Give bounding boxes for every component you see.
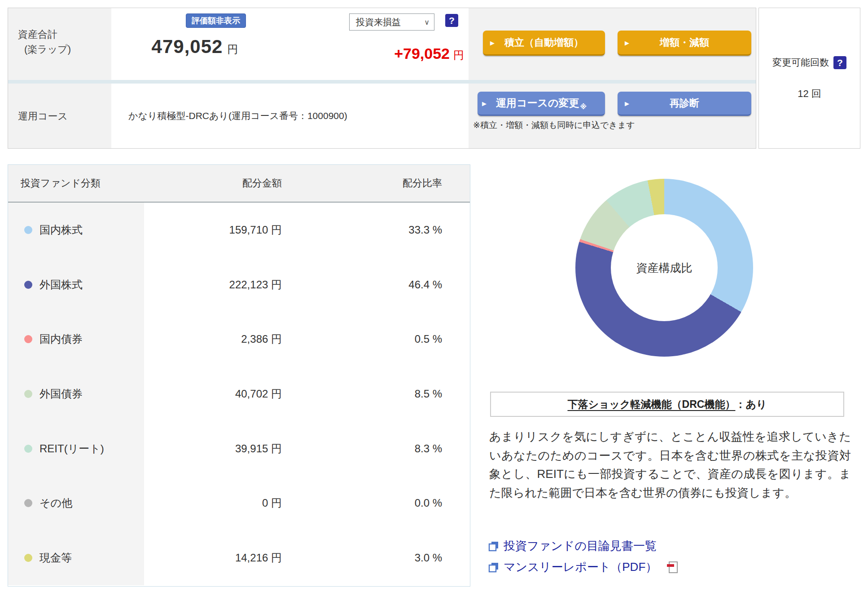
- document-links: 投資ファンドの目論見書一覧 マンスリーレポート（PDF）: [488, 538, 679, 575]
- asset-total-label-main: 資産合計: [18, 29, 57, 40]
- hide-valuation-badge[interactable]: 評価額非表示: [186, 13, 246, 28]
- course-buttons-cell: ▶ 運用コースの変更 ※ ▶ 再診断 ※積立・増額・減額も同時に申込できます: [469, 84, 756, 148]
- allocation-ratio-cell: 33.3 %: [286, 203, 470, 257]
- monthly-report-link[interactable]: マンスリーレポート（PDF）: [488, 559, 679, 575]
- fund-category-label: 国内債券: [39, 332, 83, 346]
- drc-feature-box: 下落ショック軽減機能（DRC機能）：あり: [490, 392, 844, 417]
- change-count-help-icon[interactable]: ?: [833, 56, 846, 69]
- fund-category-cell: 外国株式: [8, 257, 144, 312]
- allocation-ratio-cell: 8.5 %: [286, 367, 470, 421]
- donut-center-label: 資産構成比: [611, 214, 718, 321]
- allocation-ratio-cell: 3.0 %: [286, 530, 470, 585]
- allocation-amount-cell: 222,123 円: [144, 257, 286, 312]
- category-color-bullet-icon: [24, 499, 32, 507]
- allocation-table-header: 投資ファンド分類 配分金額 配分比率: [8, 165, 470, 203]
- table-row: 現金等14,216 円3.0 %: [8, 530, 470, 585]
- asset-composition-donut-chart: 資産構成比: [575, 179, 753, 357]
- table-row: 国内債券2,386 円0.5 %: [8, 312, 470, 367]
- new-window-icon: [488, 541, 499, 552]
- tsumitate-button-label: 積立（自動増額）: [504, 36, 583, 49]
- drc-feature-title: 下落ショック軽減機能（DRC機能）: [567, 398, 735, 411]
- fund-category-cell: 外国債券: [8, 367, 144, 421]
- asset-total-unit: 円: [227, 43, 238, 55]
- fund-category-label: 国内株式: [39, 223, 83, 237]
- allocation-amount-cell: 14,216 円: [144, 530, 286, 585]
- table-row: 外国株式222,123 円46.4 %: [8, 257, 470, 312]
- profit-period-selected: 投資来損益: [356, 16, 401, 28]
- table-row: 国内株式159,710 円33.3 %: [8, 203, 470, 257]
- prospectus-link[interactable]: 投資ファンドの目論見書一覧: [488, 538, 679, 554]
- zougaku-button-label: 増額・減額: [660, 36, 709, 49]
- allocation-amount-cell: 0 円: [144, 476, 286, 530]
- button-arrow-icon: ▶: [490, 39, 495, 46]
- profit-help-icon[interactable]: ?: [445, 14, 458, 27]
- fund-category-cell: REIT(リート): [8, 421, 144, 476]
- profit-unit: 円: [453, 49, 464, 61]
- fund-category-cell: 国内債券: [8, 312, 144, 367]
- table-row: 外国債券40,702 円8.5 %: [8, 367, 470, 421]
- simultaneous-apply-note: ※積立・増額・減額も同時に申込できます: [473, 119, 635, 131]
- category-color-bullet-icon: [24, 281, 32, 289]
- category-color-bullet-icon: [24, 390, 32, 398]
- category-color-bullet-icon: [24, 335, 32, 343]
- rediagnosis-button-label: 再診断: [670, 97, 699, 110]
- allocation-amount-cell: 159,710 円: [144, 203, 286, 257]
- course-row: 運用コース かなり積極型-DRCあり(運用コース番号：1000900) ▶ 運用…: [8, 84, 756, 148]
- zougaku-genngaku-button[interactable]: ▶ 増額・減額: [618, 31, 751, 56]
- category-color-bullet-icon: [24, 226, 32, 234]
- course-value-text: かなり積極型-DRCあり(運用コース番号：1000900): [111, 84, 469, 148]
- fund-category-cell: その他: [8, 476, 144, 530]
- fund-category-cell: 国内株式: [8, 203, 144, 257]
- allocation-ratio-cell: 8.3 %: [286, 421, 470, 476]
- header-ratio: 配分比率: [286, 165, 470, 202]
- profit-amount: +79,052円: [394, 45, 464, 62]
- header-amount: 配分金額: [144, 165, 286, 202]
- allocation-ratio-cell: 0.0 %: [286, 476, 470, 530]
- change-count-panel: 変更可能回数 ? 12 回: [758, 8, 860, 149]
- change-count-label: 変更可能回数: [772, 56, 829, 69]
- course-description: あまりリスクを気にしすぎずに、とことん収益性を追求していきたいあなたのためのコー…: [489, 428, 851, 502]
- new-window-icon: [488, 562, 499, 573]
- fund-category-label: 外国株式: [39, 278, 83, 292]
- asset-total-label: 資産合計 (楽ラップ): [8, 8, 111, 80]
- profit-period-select[interactable]: 投資来損益 ∨: [349, 13, 434, 31]
- asset-total-amount: 479,052円: [118, 36, 271, 57]
- category-color-bullet-icon: [24, 554, 32, 562]
- row-separator: [8, 80, 756, 84]
- header-category: 投資ファンド分類: [8, 165, 144, 202]
- allocation-amount-cell: 40,702 円: [144, 367, 286, 421]
- monthly-report-link-label: マンスリーレポート（PDF）: [504, 559, 657, 575]
- asset-total-label-sub: (楽ラップ): [18, 42, 111, 57]
- asset-total-row: 資産合計 (楽ラップ) 評価額非表示 479,052円 投資来損益 ∨ ? +7…: [8, 8, 756, 80]
- button-arrow-icon: ▶: [482, 100, 487, 106]
- course-change-button[interactable]: ▶ 運用コースの変更 ※: [478, 92, 605, 116]
- rediagnosis-button[interactable]: ▶ 再診断: [618, 92, 751, 116]
- course-label: 運用コース: [8, 84, 111, 148]
- allocation-ratio-cell: 0.5 %: [286, 312, 470, 367]
- course-change-mark: ※: [580, 103, 587, 111]
- asset-total-buttons-cell: ▶ 積立（自動増額） ▶ 増額・減額: [469, 8, 756, 80]
- asset-summary-panel: 資産合計 (楽ラップ) 評価額非表示 479,052円 投資来損益 ∨ ? +7…: [8, 8, 756, 149]
- course-change-button-label: 運用コースの変更: [496, 96, 579, 110]
- fund-category-label: 外国債券: [39, 387, 83, 401]
- allocation-amount-cell: 2,386 円: [144, 312, 286, 367]
- drc-feature-status: ：あり: [735, 398, 767, 411]
- pdf-file-icon: [666, 561, 679, 574]
- allocation-amount-cell: 39,915 円: [144, 421, 286, 476]
- fund-category-label: REIT(リート): [39, 442, 104, 456]
- chevron-down-icon: ∨: [424, 18, 430, 27]
- button-arrow-icon: ▶: [625, 100, 629, 106]
- allocation-ratio-cell: 46.4 %: [286, 257, 470, 312]
- change-count-value: 12 回: [798, 87, 821, 101]
- prospectus-link-label: 投資ファンドの目論見書一覧: [504, 538, 657, 554]
- table-row: その他0 円0.0 %: [8, 476, 470, 530]
- course-value-cell: かなり積極型-DRCあり(運用コース番号：1000900): [111, 84, 469, 148]
- fund-category-cell: 現金等: [8, 530, 144, 585]
- table-row: REIT(リート)39,915 円8.3 %: [8, 421, 470, 476]
- category-color-bullet-icon: [24, 445, 32, 453]
- allocation-table-body: 国内株式159,710 円33.3 %外国株式222,123 円46.4 %国内…: [8, 203, 470, 585]
- fund-category-label: その他: [39, 496, 72, 510]
- allocation-table: 投資ファンド分類 配分金額 配分比率 国内株式159,710 円33.3 %外国…: [8, 164, 470, 587]
- tsumitate-button[interactable]: ▶ 積立（自動増額）: [483, 31, 605, 56]
- fund-category-label: 現金等: [39, 551, 72, 565]
